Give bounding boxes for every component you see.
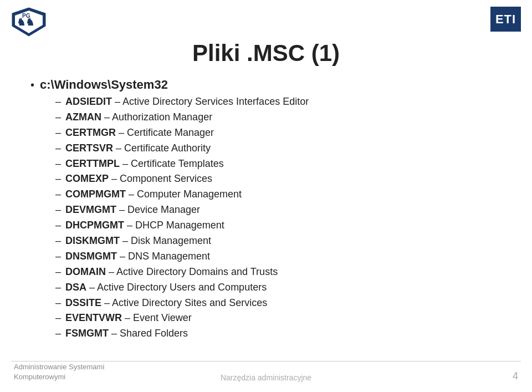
dash-icon: –: [55, 264, 61, 280]
dash-icon: –: [55, 296, 61, 311]
root-label: c:\Windows\System32: [40, 78, 168, 92]
list-item: –DOMAIN – Active Directory Domains and T…: [55, 264, 502, 280]
item-text: DOMAIN – Active Directory Domains and Tr…: [65, 264, 278, 280]
item-text: DNSMGMT – DNS Management: [65, 249, 210, 264]
item-text: COMEXP – Component Services: [65, 171, 212, 187]
dash-icon: –: [55, 94, 61, 110]
dash-icon: –: [55, 171, 61, 187]
item-text: CERTSVR – Certificate Authority: [65, 141, 211, 156]
logo-left: ♞♞ PG: [11, 7, 50, 37]
footer-center: Narzędzia administracyjne: [221, 373, 311, 382]
dash-icon: –: [55, 156, 61, 172]
list-item: –EVENTVWR – Event Viewer: [55, 310, 502, 326]
bullet-icon: •: [30, 79, 34, 91]
dash-icon: –: [55, 249, 61, 264]
item-text: AZMAN – Authorization Manager: [65, 110, 212, 125]
item-text: EVENTVWR – Event Viewer: [65, 310, 192, 326]
item-text: DSSITE – Active Directory Sites and Serv…: [65, 296, 267, 311]
list-item: –FSMGMT – Shared Folders: [55, 326, 502, 342]
list-item: –COMEXP – Component Services: [55, 171, 502, 187]
list-item: –DNSMGMT – DNS Management: [55, 249, 502, 264]
footer: Administrowanie Systemami Komputerowymi …: [0, 362, 532, 382]
main-content: • c:\Windows\System32 –ADSIEDIT – Active…: [0, 78, 532, 342]
dash-icon: –: [55, 187, 61, 202]
list-item: –ADSIEDIT – Active Directory Services In…: [55, 94, 502, 110]
header: ♞♞ PG ETI: [0, 0, 532, 37]
list-item: –CERTMGR – Certificate Manager: [55, 125, 502, 141]
logo-right: ETI: [490, 7, 521, 32]
item-text: COMPMGMT – Computer Management: [65, 187, 242, 202]
items-list: –ADSIEDIT – Active Directory Services In…: [30, 94, 502, 342]
footer-page: 4: [513, 370, 518, 382]
list-item: –CERTSVR – Certificate Authority: [55, 141, 502, 156]
dash-icon: –: [55, 218, 61, 233]
list-item: –AZMAN – Authorization Manager: [55, 110, 502, 125]
page-title: Pliki .MSC (1): [0, 40, 532, 67]
svg-text:PG: PG: [22, 13, 30, 19]
root-item: • c:\Windows\System32: [30, 78, 502, 92]
list-item: –DEVMGMT – Device Manager: [55, 202, 502, 218]
dash-icon: –: [55, 233, 61, 249]
list-item: –DHCPMGMT – DHCP Management: [55, 218, 502, 233]
dash-icon: –: [55, 280, 61, 296]
dash-icon: –: [55, 310, 61, 326]
item-text: ADSIEDIT – Active Directory Services Int…: [65, 94, 309, 110]
item-text: DHCPMGMT – DHCP Management: [65, 218, 224, 233]
list-item: –CERTTMPL – Certificate Templates: [55, 156, 502, 172]
dash-icon: –: [55, 125, 61, 141]
list-item: –DSA – Active Directory Users and Comput…: [55, 280, 502, 296]
list-item: –DISKMGMT – Disk Management: [55, 233, 502, 249]
footer-left: Administrowanie Systemami Komputerowymi: [14, 362, 104, 382]
list-item: –DSSITE – Active Directory Sites and Ser…: [55, 296, 502, 311]
item-text: DISKMGMT – Disk Management: [65, 233, 211, 249]
dash-icon: –: [55, 141, 61, 156]
item-text: CERTMGR – Certificate Manager: [65, 125, 214, 141]
item-text: CERTTMPL – Certificate Templates: [65, 156, 224, 172]
dash-icon: –: [55, 110, 61, 125]
dash-icon: –: [55, 326, 61, 342]
item-text: FSMGMT – Shared Folders: [65, 326, 188, 342]
item-text: DSA – Active Directory Users and Compute…: [65, 280, 267, 296]
item-text: DEVMGMT – Device Manager: [65, 202, 200, 218]
list-item: –COMPMGMT – Computer Management: [55, 187, 502, 202]
dash-icon: –: [55, 202, 61, 218]
